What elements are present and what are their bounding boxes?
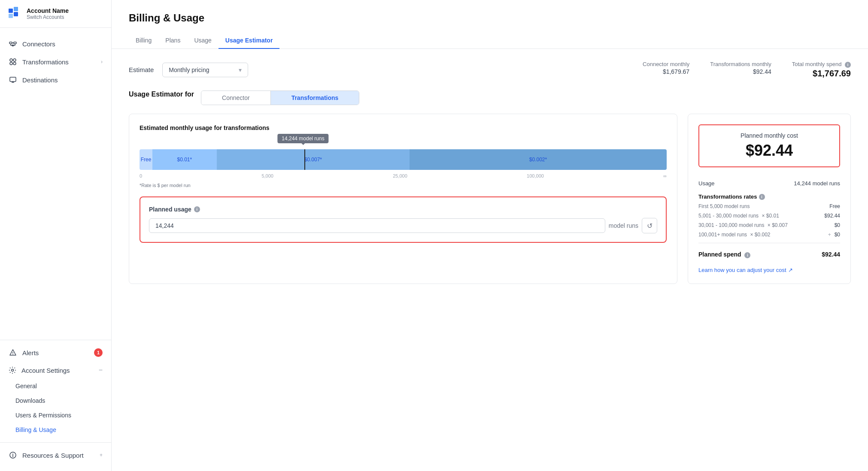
transformations-monthly-label: Transformations monthly	[710, 61, 771, 67]
toggle-connector-btn[interactable]: Connector	[201, 91, 270, 105]
tabs-bar: Billing Plans Usage Usage Estimator	[129, 33, 851, 48]
learn-link[interactable]: Learn how you can adjust your cost ↗	[698, 267, 840, 273]
axis-inf: ∞	[663, 173, 667, 178]
planned-usage-input[interactable]	[149, 218, 605, 233]
bar-001: $0.01*	[152, 149, 217, 170]
transformations-label: Transformations	[22, 58, 69, 66]
svg-point-14	[13, 62, 16, 65]
tab-plans[interactable]: Plans	[158, 33, 187, 49]
connectors-icon	[9, 39, 17, 48]
tab-usage[interactable]: Usage	[187, 33, 218, 49]
collapse-icon: −	[99, 366, 103, 374]
svg-point-20	[12, 369, 14, 371]
svg-point-19	[12, 354, 13, 355]
total-info-icon[interactable]: i	[845, 62, 851, 68]
settings-icon	[9, 366, 16, 374]
rate-label-0: First 5,000 model runs	[698, 203, 750, 209]
svg-rect-4	[9, 42, 12, 44]
estimator-for-row: Usage Estimator for Connector Transforma…	[129, 91, 851, 105]
billing-usage-label: Billing & Usage	[15, 426, 56, 433]
page-title: Billing & Usage	[129, 12, 851, 24]
estimator-for-label: Usage Estimator for	[129, 91, 194, 98]
chart-note: *Rate is $ per model run	[140, 183, 667, 188]
total-monthly-metric: Total monthly spend i $1,767.69	[792, 61, 851, 78]
axis-25000: 25,000	[393, 173, 407, 178]
chart-tooltip: 14,244 model runs	[277, 134, 328, 143]
bar-free: Free	[140, 149, 152, 170]
cost-divider	[698, 243, 840, 243]
sidebar-item-general[interactable]: General	[0, 379, 111, 393]
svg-rect-0	[9, 9, 13, 13]
cost-row-2: 30,001 - 100,000 model runs × $0.007 $0	[698, 220, 840, 230]
content-area: Estimate Monthly pricing ▾ Connector mon…	[112, 49, 868, 296]
estimate-dropdown[interactable]: Monthly pricing ▾	[162, 63, 248, 77]
svg-point-12	[13, 59, 16, 61]
sidebar-item-resources[interactable]: Resources & Support +	[0, 446, 111, 464]
usage-row-label: Usage	[698, 180, 715, 187]
planned-spend-row: Planned spend i $92.44	[698, 247, 840, 260]
estimate-row: Estimate Monthly pricing ▾ Connector mon…	[129, 61, 851, 78]
usage-row: Usage 14,244 model runs	[698, 178, 840, 189]
account-logo	[9, 7, 22, 21]
rate-label-1: 5,001 - 30,000 model runs × $0.01	[698, 213, 781, 219]
sidebar-item-users-permissions[interactable]: Users & Permissions	[0, 408, 111, 423]
sidebar-item-downloads[interactable]: Downloads	[0, 393, 111, 408]
rate-amount-2: $0	[835, 222, 840, 228]
tab-billing[interactable]: Billing	[129, 33, 158, 49]
usage-unit: model runs	[609, 222, 638, 229]
sidebar-item-destinations[interactable]: Destinations	[0, 71, 111, 89]
page-header: Billing & Usage Billing Plans Usage Usag…	[112, 0, 868, 49]
svg-rect-2	[9, 14, 13, 18]
planned-usage-info-icon[interactable]: i	[194, 206, 200, 212]
svg-point-11	[10, 59, 12, 61]
planned-spend-info-icon[interactable]: i	[744, 252, 750, 258]
usage-indicator-line	[304, 149, 305, 170]
switch-accounts-link[interactable]: Switch Accounts	[27, 14, 69, 20]
sidebar-navigation: Connectors Transformations ›	[0, 28, 111, 187]
sidebar-item-billing-usage[interactable]: Billing & Usage	[0, 423, 111, 437]
estimator-toggle-group: Connector Transformations	[201, 91, 359, 105]
account-section[interactable]: Account Name Switch Accounts	[0, 0, 111, 28]
total-monthly-value: $1,767.69	[792, 69, 851, 78]
svg-rect-1	[14, 7, 18, 11]
sidebar-item-connectors[interactable]: Connectors	[0, 35, 111, 53]
alerts-badge: 1	[94, 348, 103, 357]
svg-rect-3	[14, 12, 18, 16]
refresh-button[interactable]: ↺	[642, 218, 657, 233]
downloads-label: Downloads	[15, 397, 45, 404]
rates-info-icon[interactable]: i	[759, 194, 765, 200]
svg-rect-15	[10, 77, 16, 82]
transformations-chevron: ›	[101, 59, 103, 65]
users-permissions-label: Users & Permissions	[15, 412, 71, 419]
planned-monthly-cost-box: Planned monthly cost $92.44	[698, 124, 840, 167]
transformations-monthly-value: $92.44	[710, 68, 771, 75]
planned-monthly-cost-value: $92.44	[708, 142, 831, 160]
sidebar-item-transformations[interactable]: Transformations ›	[0, 53, 111, 71]
planned-monthly-cost-label: Planned monthly cost	[708, 132, 831, 139]
destinations-icon	[9, 75, 17, 84]
tab-usage-estimator[interactable]: Usage Estimator	[219, 33, 279, 49]
chart-area: 14,244 model runs Free $0.01* $0.007* $0…	[140, 149, 667, 170]
rates-title: Transformations rates i	[698, 189, 840, 202]
axis-5000: 5,000	[261, 173, 273, 178]
estimate-metrics: Connector monthly $1,679.67 Transformati…	[643, 61, 851, 78]
bar-0007: $0.007*	[217, 149, 410, 170]
connector-monthly-value: $1,679.67	[643, 68, 689, 75]
toggle-transformations-btn[interactable]: Transformations	[271, 91, 359, 105]
estimate-label: Estimate	[129, 66, 154, 73]
main-content: Billing & Usage Billing Plans Usage Usag…	[112, 0, 868, 471]
svg-point-13	[10, 62, 12, 65]
chart-title: Estimated monthly usage for transformati…	[140, 124, 667, 131]
planned-usage-box: Planned usage i model runs ↺	[140, 196, 667, 243]
cost-row-3: 100,001+ model runs × $0.002 + $0	[698, 230, 840, 239]
sidebar-item-alerts[interactable]: Alerts 1	[0, 344, 111, 362]
total-monthly-label: Total monthly spend i	[792, 61, 851, 68]
bar-0002: $0.002*	[410, 149, 667, 170]
estimate-dropdown-value: Monthly pricing	[169, 66, 209, 73]
cost-row-1: 5,001 - 30,000 model runs × $0.01 $92.44	[698, 211, 840, 220]
resources-plus-icon: +	[100, 452, 103, 458]
axis-0: 0	[140, 173, 142, 178]
resources-icon	[9, 451, 17, 459]
account-settings-header[interactable]: Account Settings −	[0, 362, 111, 379]
connectors-label: Connectors	[22, 40, 55, 48]
